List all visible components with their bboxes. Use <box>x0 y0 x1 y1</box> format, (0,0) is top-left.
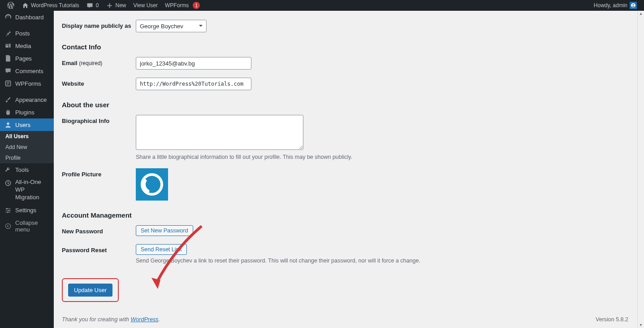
sidebar-label: Users <box>15 122 30 128</box>
account-management-heading: Account Management <box>62 211 628 219</box>
content-area: Display name publicly as George Boychev … <box>54 11 637 328</box>
bio-label: Biographical Info <box>62 115 136 124</box>
migrate-icon <box>4 179 12 187</box>
comments-menu[interactable]: 0 <box>83 0 103 11</box>
sidebar-label: Collapse menu <box>15 219 49 233</box>
scrollbar[interactable]: ▲ ▼ <box>637 11 644 328</box>
sidebar-label: Plugins <box>15 109 35 116</box>
sidebar-label: All-in-One WP Migration <box>15 179 49 201</box>
email-label: Email (required) <box>62 57 136 66</box>
home-icon <box>22 2 29 9</box>
sidebar-item-comments[interactable]: Comments <box>0 65 54 77</box>
svg-point-4 <box>6 208 8 209</box>
scroll-up-arrow-icon[interactable]: ▲ <box>639 12 643 16</box>
wpforms-menu[interactable]: WPForms 1 <box>161 0 203 11</box>
wp-logo-menu[interactable] <box>4 0 18 11</box>
dashboard-icon <box>4 13 12 21</box>
footer-version: Version 5.8.2 <box>596 316 628 323</box>
new-content-menu[interactable]: New <box>103 0 130 11</box>
sidebar-label: Pages <box>15 55 32 62</box>
email-field[interactable] <box>136 57 251 70</box>
admin-sidebar: Dashboard Posts Media Pages Comments W <box>0 11 54 328</box>
wrench-icon <box>4 166 12 173</box>
sidebar-item-media[interactable]: Media <box>0 39 54 52</box>
howdy-label: Howdy, admin <box>594 2 627 9</box>
comment-icon <box>4 67 12 74</box>
website-field[interactable] <box>136 78 251 90</box>
sidebar-label: Media <box>15 43 31 49</box>
sidebar-item-dashboard[interactable]: Dashboard <box>0 11 54 23</box>
profile-picture-label: Profile Picture <box>62 168 136 178</box>
contact-info-heading: Contact Info <box>62 43 628 51</box>
media-icon <box>4 42 12 49</box>
sidebar-item-pages[interactable]: Pages <box>0 52 54 65</box>
site-name-menu[interactable]: WordPress Tutorials <box>18 0 83 11</box>
sidebar-label: Settings <box>15 207 36 214</box>
plus-icon <box>106 2 113 9</box>
svg-point-2 <box>7 122 9 125</box>
sidebar-item-migration[interactable]: All-in-One WP Migration <box>0 176 54 204</box>
footer-thanks-prefix: Thank you for creating with <box>62 316 131 323</box>
sidebar-item-posts[interactable]: Posts <box>0 27 54 39</box>
sidebar-subitem-add-new[interactable]: Add New <box>0 142 54 153</box>
website-label: Website <box>62 78 136 87</box>
svg-point-7 <box>5 223 10 228</box>
form-icon <box>4 80 12 87</box>
sidebar-label: Comments <box>15 68 43 74</box>
avatar <box>136 168 168 201</box>
wpforms-badge: 1 <box>193 2 200 9</box>
comments-count: 0 <box>96 2 99 9</box>
scroll-down-arrow-icon[interactable]: ▼ <box>639 323 643 327</box>
svg-point-6 <box>7 211 9 213</box>
adminbar: WordPress Tutorials 0 New View User WPFo… <box>0 0 644 11</box>
about-user-heading: About the user <box>62 101 628 109</box>
collapse-icon <box>4 223 12 230</box>
reset-description: Send George Boychev a link to reset thei… <box>136 258 420 264</box>
view-user-label: View User <box>134 2 158 9</box>
brush-icon <box>4 96 12 103</box>
slider-icon <box>4 207 12 214</box>
comment-icon <box>86 2 94 9</box>
sidebar-item-plugins[interactable]: Plugins <box>0 106 54 118</box>
annotation-highlight: Update User <box>62 278 119 302</box>
site-name-label: WordPress Tutorials <box>31 2 79 9</box>
sidebar-collapse[interactable]: Collapse menu <box>0 217 54 236</box>
sidebar-item-wpforms[interactable]: WPForms <box>0 77 54 90</box>
sidebar-label: Dashboard <box>15 14 44 21</box>
sidebar-label: Tools <box>15 166 29 173</box>
view-user-link[interactable]: View User <box>130 0 161 11</box>
display-name-label: Display name publicly as <box>62 20 136 29</box>
svg-point-5 <box>9 210 10 211</box>
update-user-button[interactable]: Update User <box>68 284 112 297</box>
admin-footer: Thank you for creating with WordPress. V… <box>62 311 628 326</box>
sidebar-submenu-users: All Users Add New Profile <box>0 131 54 163</box>
plug-icon <box>4 109 12 116</box>
sidebar-item-settings[interactable]: Settings <box>0 204 54 217</box>
user-icon <box>4 121 12 128</box>
sidebar-item-tools[interactable]: Tools <box>0 163 54 176</box>
sidebar-label: WPForms <box>15 80 41 87</box>
new-password-label: New Password <box>62 225 136 235</box>
wordpress-logo-icon <box>7 2 14 9</box>
sidebar-subitem-profile[interactable]: Profile <box>0 153 54 163</box>
wpforms-label: WPForms <box>165 2 189 9</box>
new-label: New <box>116 2 126 9</box>
footer-wordpress-link[interactable]: WordPress <box>131 316 159 323</box>
sidebar-subitem-all-users[interactable]: All Users <box>0 131 54 142</box>
sidebar-label: Posts <box>15 30 30 37</box>
sidebar-item-appearance[interactable]: Appearance <box>0 93 54 106</box>
footer-thanks-suffix: . <box>158 316 160 323</box>
password-reset-label: Password Reset <box>62 244 136 254</box>
pin-icon <box>4 30 12 37</box>
sidebar-label: Appearance <box>15 96 47 103</box>
sidebar-item-users[interactable]: Users <box>0 118 54 131</box>
bio-description: Share a little biographical information … <box>136 154 352 160</box>
send-reset-link-button[interactable]: Send Reset Link <box>136 244 187 255</box>
bio-textarea[interactable] <box>136 115 303 150</box>
my-account-menu[interactable]: Howdy, admin <box>590 0 640 11</box>
display-name-select[interactable]: George Boychev <box>136 20 207 32</box>
avatar-icon <box>630 2 637 9</box>
pages-icon <box>4 55 12 62</box>
set-new-password-button[interactable]: Set New Password <box>136 225 193 236</box>
